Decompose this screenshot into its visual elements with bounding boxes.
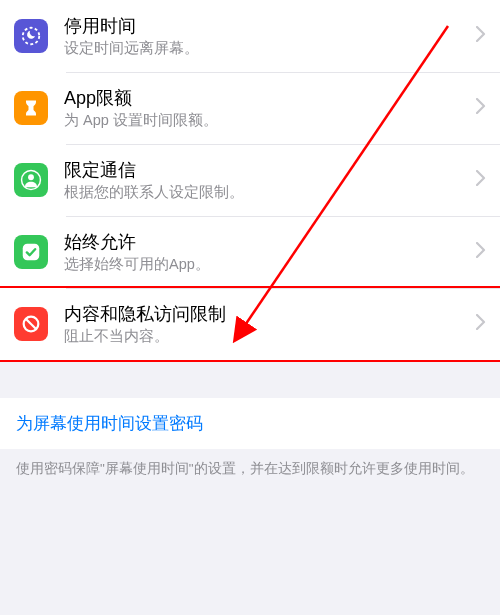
- row-sub: 为 App 设置时间限额。: [64, 111, 470, 131]
- row-sub: 根据您的联系人设定限制。: [64, 183, 470, 203]
- row-title: 停用时间: [64, 14, 470, 38]
- chevron-right-icon: [476, 170, 486, 190]
- section-gap: [0, 360, 500, 398]
- footer-text: 使用密码保障"屏幕使用时间"的设置，并在达到限额时允许更多使用时间。: [0, 449, 500, 479]
- chevron-right-icon: [476, 314, 486, 334]
- clock-moon-icon: [14, 19, 48, 53]
- row-sub: 阻止不当内容。: [64, 327, 470, 347]
- svg-point-1: [28, 174, 34, 180]
- row-title: 限定通信: [64, 158, 470, 182]
- row-content-privacy[interactable]: 内容和隐私访问限制 阻止不当内容。: [0, 288, 500, 360]
- chevron-right-icon: [476, 98, 486, 118]
- settings-list: 停用时间 设定时间远离屏幕。 App限额 为 App 设置时间限额。: [0, 0, 500, 360]
- row-title: 内容和隐私访问限制: [64, 302, 470, 326]
- row-communication-limits[interactable]: 限定通信 根据您的联系人设定限制。: [0, 144, 500, 216]
- row-sub: 设定时间远离屏幕。: [64, 39, 470, 59]
- row-always-allowed[interactable]: 始终允许 选择始终可用的App。: [0, 216, 500, 288]
- set-passcode-link[interactable]: 为屏幕使用时间设置密码: [0, 398, 500, 449]
- hourglass-icon: [14, 91, 48, 125]
- no-symbol-icon: [14, 307, 48, 341]
- checkmark-icon: [14, 235, 48, 269]
- person-icon: [14, 163, 48, 197]
- row-title: App限额: [64, 86, 470, 110]
- chevron-right-icon: [476, 242, 486, 262]
- row-title: 始终允许: [64, 230, 470, 254]
- svg-line-5: [26, 319, 36, 329]
- row-app-limits[interactable]: App限额 为 App 设置时间限额。: [0, 72, 500, 144]
- chevron-right-icon: [476, 26, 486, 46]
- row-sub: 选择始终可用的App。: [64, 255, 470, 275]
- row-downtime[interactable]: 停用时间 设定时间远离屏幕。: [0, 0, 500, 72]
